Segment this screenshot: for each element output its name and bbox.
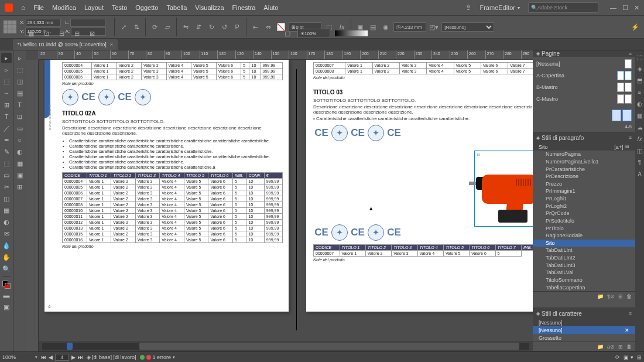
menu-modifica[interactable]: Modifica <box>52 4 76 11</box>
panel-title[interactable]: Stili di carattere <box>542 310 582 317</box>
apply-color-icon[interactable]: ▬ <box>1 290 12 300</box>
menu-file[interactable]: File <box>33 4 44 11</box>
gap-tool-icon[interactable]: ↔ <box>1 88 12 98</box>
tl-icon11[interactable]: ▣ <box>15 170 25 180</box>
screen-mode-status-icon[interactable]: ▣ ▾ <box>624 354 633 360</box>
horizontal-ruler[interactable]: 2030405060708090100110120130140150160170… <box>39 50 533 60</box>
paragraph-style-item[interactable]: PrTitolo <box>533 224 635 232</box>
horizontal-scrollbar[interactable] <box>39 341 533 351</box>
paragraph-style-item[interactable]: RagioneSociale <box>533 232 635 240</box>
page-field[interactable]: 4 <box>55 354 69 361</box>
master-item[interactable]: A-Copertina <box>536 73 564 78</box>
panel-menu-icon[interactable]: ≡ <box>629 135 632 141</box>
delete-style-icon[interactable]: 🗑 <box>626 344 632 350</box>
paragraph-dock-icon[interactable]: ¶ <box>636 159 643 166</box>
menu-finestra[interactable]: Finestra <box>232 4 256 11</box>
new-style-icon[interactable]: ⊞ <box>618 293 623 299</box>
paragraph-style-item[interactable]: TabellaCopertina <box>533 284 635 291</box>
first-page-icon[interactable]: ⏮ <box>41 354 46 360</box>
menu-testo[interactable]: Testo <box>112 4 127 11</box>
tl-icon9[interactable]: ◐ <box>15 146 25 157</box>
character-style-item[interactable]: [Nessuno]✕ <box>533 326 635 334</box>
gpu-icon[interactable]: ⊞ <box>637 354 642 360</box>
corner-size-field[interactable]: ◳ 4,233 mm <box>393 22 426 32</box>
menu-visualizza[interactable]: Visualizza <box>195 4 224 11</box>
style-current[interactable]: Sito[a+] ✉ <box>533 143 635 151</box>
paragraph-style-item[interactable]: TabDatiLInt <box>533 247 635 254</box>
w-field[interactable] <box>70 19 105 27</box>
clear-overrides-icon[interactable]: a⊘ <box>607 344 615 350</box>
menu-layout[interactable]: Layout <box>84 4 104 11</box>
vertical-ruler[interactable] <box>26 60 39 351</box>
x-field[interactable] <box>26 19 61 27</box>
line-tool-icon[interactable]: ／ <box>1 123 12 134</box>
paragraph-style-item[interactable]: Prezzo <box>533 180 635 188</box>
tl-icon[interactable]: ▹ <box>15 53 25 63</box>
gradient-swatch-tool-icon[interactable]: ▦ <box>1 205 12 216</box>
character-dock-icon[interactable]: A <box>636 171 643 178</box>
cc-libraries-dock-icon[interactable]: ☁ <box>636 124 643 131</box>
corner-shape-icon[interactable]: ◰▾ <box>429 22 439 32</box>
rectangle-frame-tool-icon[interactable]: ⬚ <box>1 158 12 169</box>
spread-thumbnails[interactable] <box>536 110 632 121</box>
text-wrap-bound-icon[interactable]: ▤ <box>368 22 378 32</box>
document-tab[interactable]: *Livello1 01.indd @ 100% [Convertito]× <box>13 39 118 50</box>
paragraph-style-item[interactable]: NumeroPagina <box>533 151 635 158</box>
page-right[interactable]: 00000007Valore 1Valore 2Valore 3Valore 4… <box>306 60 533 312</box>
gradient-bar[interactable] <box>335 30 368 36</box>
tl-icon5[interactable]: T <box>15 100 25 110</box>
tl-icon6[interactable]: ⊡ <box>15 111 25 122</box>
paragraph-style-item[interactable]: PrSottotitolo <box>533 217 635 225</box>
zoom-tool-icon[interactable]: 🔍 <box>1 264 12 274</box>
tl-icon3[interactable]: ◫ <box>15 76 25 87</box>
product-image-frame[interactable]: ⊡ <box>474 151 533 227</box>
object-style-select[interactable]: [Nessuno] <box>441 22 494 32</box>
rectangle-tool-icon[interactable]: ▭ <box>1 170 12 180</box>
page-tool-icon[interactable]: ⬚ <box>1 76 12 87</box>
opacity-field[interactable]: ☀ 100% <box>297 29 330 38</box>
paragraph-style-item[interactable]: TabDatiLInt3 <box>533 261 635 269</box>
fit-content-icon[interactable]: ⊡ <box>41 28 52 39</box>
panel-title[interactable]: Stili di paragrafo <box>542 135 584 141</box>
auto-fit-icon[interactable]: ⊠ <box>87 28 97 39</box>
paragraph-style-item[interactable]: Sito <box>533 240 635 247</box>
reference-point-grid[interactable] <box>4 21 16 33</box>
stock-search[interactable]: 🔍 Adobe Stock <box>528 2 598 13</box>
share-icon[interactable]: ⇪ <box>465 4 471 12</box>
master-none[interactable]: [Nessuna] <box>536 61 560 67</box>
pencil-tool-icon[interactable]: ✎ <box>1 146 12 157</box>
last-page-icon[interactable]: ⏭ <box>78 354 83 360</box>
paragraph-style-item[interactable]: TitoloSommario <box>533 276 635 284</box>
canvas[interactable]: 2030405060708090100110120130140150160170… <box>26 50 533 351</box>
layers-dock-icon[interactable]: ◈ <box>636 66 643 73</box>
type-tool-icon[interactable]: T <box>1 111 12 122</box>
scissors-tool-icon[interactable]: ✂ <box>1 182 12 192</box>
menu-aiuto[interactable]: Aiuto <box>263 4 278 11</box>
grid-icon[interactable]: ▦ <box>26 28 36 39</box>
error-count[interactable]: 1 errore <box>153 354 172 360</box>
paragraph-style-item[interactable]: PrDescrizione <box>533 173 635 180</box>
pages-dock-icon[interactable]: ⬚ <box>636 54 643 61</box>
paragraph-style-item[interactable]: NumeroPaginaLivello1 <box>533 158 635 166</box>
hand-tool-icon[interactable]: ✋ <box>1 252 12 262</box>
workspace-switcher[interactable]: FrameEditor▾ <box>479 4 520 11</box>
new-style-icon[interactable]: ⊞ <box>618 344 623 350</box>
master-item[interactable]: C-Mastro <box>536 96 558 102</box>
tl-icon2[interactable]: ⬚ <box>15 64 25 75</box>
menu-oggetto[interactable]: Oggetto <box>135 4 158 11</box>
object-styles-dock-icon[interactable]: ◫ <box>636 148 643 155</box>
prev-page-icon[interactable]: ◀ <box>49 354 53 360</box>
paragraph-style-item[interactable]: PrCaratteristiche <box>533 165 635 173</box>
paragraph-style-item[interactable]: TabDatiLInt2 <box>533 254 635 262</box>
close-tab-icon[interactable]: × <box>110 42 113 47</box>
color-dock-icon[interactable]: ◐ <box>636 101 643 108</box>
close-icon[interactable]: ✕ <box>634 4 639 12</box>
panel-menu-icon[interactable]: ≡ <box>629 51 632 57</box>
tl-icon8[interactable]: ○ <box>15 135 25 145</box>
links-dock-icon[interactable]: ⬒ <box>636 77 643 84</box>
stroke-swatch-icon[interactable]: ▢ <box>282 28 293 39</box>
layer-indicator[interactable]: ◈ <box>87 354 91 360</box>
folder-icon[interactable]: 📁 <box>597 293 604 299</box>
direct-selection-tool-icon[interactable]: ▹ <box>1 64 12 75</box>
preflight-error-icon[interactable] <box>146 355 151 360</box>
